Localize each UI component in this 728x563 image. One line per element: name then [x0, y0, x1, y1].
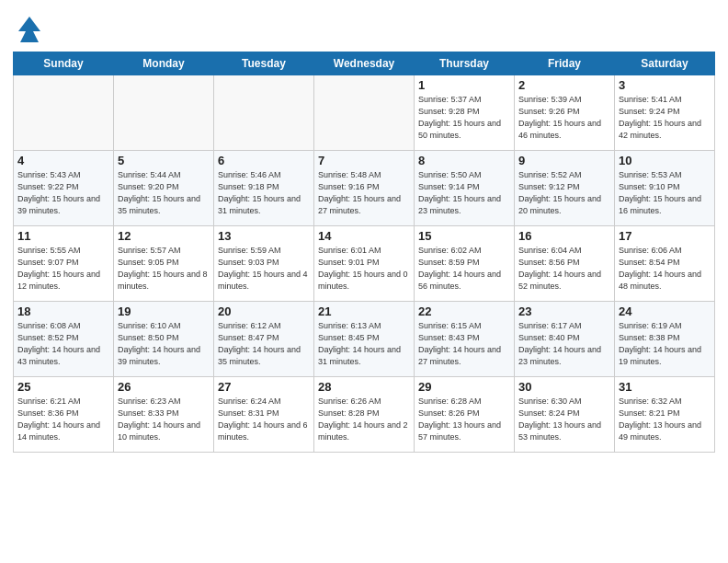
day-info: Sunrise: 5:41 AM Sunset: 9:24 PM Dayligh… — [619, 94, 711, 142]
day-info: Sunrise: 5:52 AM Sunset: 9:12 PM Dayligh… — [518, 169, 610, 217]
day-info: Sunrise: 6:15 AM Sunset: 8:43 PM Dayligh… — [418, 320, 510, 368]
day-cell: 31Sunrise: 6:32 AM Sunset: 8:21 PM Dayli… — [615, 377, 715, 453]
day-cell: 11Sunrise: 5:55 AM Sunset: 9:07 PM Dayli… — [14, 226, 114, 302]
day-cell: 8Sunrise: 5:50 AM Sunset: 9:14 PM Daylig… — [415, 151, 515, 226]
day-info: Sunrise: 6:28 AM Sunset: 8:26 PM Dayligh… — [418, 396, 510, 443]
day-cell: 3Sunrise: 5:41 AM Sunset: 9:24 PM Daylig… — [615, 75, 715, 151]
day-number: 28 — [318, 380, 410, 394]
day-info: Sunrise: 6:04 AM Sunset: 8:56 PM Dayligh… — [518, 245, 610, 293]
day-number: 4 — [17, 154, 109, 167]
day-cell: 6Sunrise: 5:46 AM Sunset: 9:18 PM Daylig… — [214, 151, 314, 226]
col-header-friday: Friday — [515, 52, 615, 75]
col-header-tuesday: Tuesday — [214, 52, 314, 75]
day-info: Sunrise: 6:17 AM Sunset: 8:40 PM Dayligh… — [518, 320, 610, 368]
day-cell: 25Sunrise: 6:21 AM Sunset: 8:36 PM Dayli… — [14, 377, 114, 453]
day-cell: 15Sunrise: 6:02 AM Sunset: 8:59 PM Dayli… — [415, 226, 515, 302]
day-info: Sunrise: 5:50 AM Sunset: 9:14 PM Dayligh… — [418, 169, 510, 217]
day-number: 1 — [418, 78, 510, 92]
week-row-3: 11Sunrise: 5:55 AM Sunset: 9:07 PM Dayli… — [14, 226, 715, 302]
day-cell: 30Sunrise: 6:30 AM Sunset: 8:24 PM Dayli… — [515, 377, 615, 453]
day-cell: 2Sunrise: 5:39 AM Sunset: 9:26 PM Daylig… — [515, 75, 615, 151]
day-number: 2 — [518, 78, 610, 92]
header — [13, 9, 715, 46]
day-cell: 12Sunrise: 5:57 AM Sunset: 9:05 PM Dayli… — [114, 226, 214, 302]
day-cell: 9Sunrise: 5:52 AM Sunset: 9:12 PM Daylig… — [515, 151, 615, 226]
day-cell — [14, 75, 114, 151]
day-number: 25 — [17, 380, 109, 394]
week-row-1: 1Sunrise: 5:37 AM Sunset: 9:28 PM Daylig… — [14, 75, 715, 151]
day-info: Sunrise: 6:06 AM Sunset: 8:54 PM Dayligh… — [619, 245, 711, 293]
day-info: Sunrise: 6:02 AM Sunset: 8:59 PM Dayligh… — [418, 245, 510, 293]
day-cell: 4Sunrise: 5:43 AM Sunset: 9:22 PM Daylig… — [14, 151, 114, 226]
day-number: 11 — [17, 229, 109, 243]
day-info: Sunrise: 6:23 AM Sunset: 8:33 PM Dayligh… — [118, 396, 210, 443]
day-number: 19 — [118, 304, 210, 318]
day-number: 6 — [218, 154, 310, 167]
day-info: Sunrise: 5:43 AM Sunset: 9:22 PM Dayligh… — [17, 169, 109, 217]
day-cell: 26Sunrise: 6:23 AM Sunset: 8:33 PM Dayli… — [114, 377, 214, 453]
page: SundayMondayTuesdayWednesdayThursdayFrid… — [0, 0, 728, 563]
day-info: Sunrise: 5:44 AM Sunset: 9:20 PM Dayligh… — [118, 169, 210, 217]
col-header-wednesday: Wednesday — [314, 52, 415, 75]
calendar-table: SundayMondayTuesdayWednesdayThursdayFrid… — [13, 52, 715, 453]
day-cell: 1Sunrise: 5:37 AM Sunset: 9:28 PM Daylig… — [415, 75, 515, 151]
day-info: Sunrise: 6:12 AM Sunset: 8:47 PM Dayligh… — [218, 320, 310, 368]
day-info: Sunrise: 5:57 AM Sunset: 9:05 PM Dayligh… — [118, 245, 210, 293]
day-info: Sunrise: 5:48 AM Sunset: 9:16 PM Dayligh… — [318, 169, 410, 217]
day-number: 29 — [418, 380, 510, 394]
day-number: 10 — [619, 154, 711, 167]
day-number: 20 — [218, 304, 310, 318]
day-cell: 29Sunrise: 6:28 AM Sunset: 8:26 PM Dayli… — [415, 377, 515, 453]
day-info: Sunrise: 5:46 AM Sunset: 9:18 PM Dayligh… — [218, 169, 310, 217]
day-number: 9 — [518, 154, 610, 167]
day-info: Sunrise: 5:53 AM Sunset: 9:10 PM Dayligh… — [619, 169, 711, 217]
week-row-2: 4Sunrise: 5:43 AM Sunset: 9:22 PM Daylig… — [14, 151, 715, 226]
day-number: 12 — [118, 229, 210, 243]
day-number: 7 — [318, 154, 410, 167]
day-number: 30 — [518, 380, 610, 394]
day-number: 21 — [318, 304, 410, 318]
day-cell: 24Sunrise: 6:19 AM Sunset: 8:38 PM Dayli… — [615, 302, 715, 377]
day-cell: 21Sunrise: 6:13 AM Sunset: 8:45 PM Dayli… — [314, 302, 415, 377]
day-number: 24 — [619, 304, 711, 318]
day-number: 5 — [118, 154, 210, 167]
day-cell: 5Sunrise: 5:44 AM Sunset: 9:20 PM Daylig… — [114, 151, 214, 226]
day-cell: 7Sunrise: 5:48 AM Sunset: 9:16 PM Daylig… — [314, 151, 415, 226]
day-number: 26 — [118, 380, 210, 394]
day-info: Sunrise: 6:08 AM Sunset: 8:52 PM Dayligh… — [17, 320, 109, 368]
day-number: 22 — [418, 304, 510, 318]
day-info: Sunrise: 6:10 AM Sunset: 8:50 PM Dayligh… — [118, 320, 210, 368]
day-info: Sunrise: 5:37 AM Sunset: 9:28 PM Dayligh… — [418, 94, 510, 142]
svg-marker-0 — [18, 17, 40, 42]
day-cell — [114, 75, 214, 151]
col-header-thursday: Thursday — [415, 52, 515, 75]
day-cell: 19Sunrise: 6:10 AM Sunset: 8:50 PM Dayli… — [114, 302, 214, 377]
day-info: Sunrise: 6:26 AM Sunset: 8:28 PM Dayligh… — [318, 396, 410, 443]
day-cell: 14Sunrise: 6:01 AM Sunset: 9:01 PM Dayli… — [314, 226, 415, 302]
week-row-4: 18Sunrise: 6:08 AM Sunset: 8:52 PM Dayli… — [14, 302, 715, 377]
day-cell: 27Sunrise: 6:24 AM Sunset: 8:31 PM Dayli… — [214, 377, 314, 453]
day-cell: 13Sunrise: 5:59 AM Sunset: 9:03 PM Dayli… — [214, 226, 314, 302]
day-number: 27 — [218, 380, 310, 394]
day-info: Sunrise: 5:55 AM Sunset: 9:07 PM Dayligh… — [17, 245, 109, 293]
day-cell: 10Sunrise: 5:53 AM Sunset: 9:10 PM Dayli… — [615, 151, 715, 226]
day-cell: 16Sunrise: 6:04 AM Sunset: 8:56 PM Dayli… — [515, 226, 615, 302]
day-info: Sunrise: 6:13 AM Sunset: 8:45 PM Dayligh… — [318, 320, 410, 368]
col-header-sunday: Sunday — [14, 52, 114, 75]
day-info: Sunrise: 6:32 AM Sunset: 8:21 PM Dayligh… — [619, 396, 711, 443]
day-number: 14 — [318, 229, 410, 243]
day-number: 16 — [518, 229, 610, 243]
day-info: Sunrise: 6:21 AM Sunset: 8:36 PM Dayligh… — [17, 396, 109, 443]
day-info: Sunrise: 6:19 AM Sunset: 8:38 PM Dayligh… — [619, 320, 711, 368]
day-number: 8 — [418, 154, 510, 167]
day-info: Sunrise: 5:39 AM Sunset: 9:26 PM Dayligh… — [518, 94, 610, 142]
day-cell — [214, 75, 314, 151]
day-cell: 17Sunrise: 6:06 AM Sunset: 8:54 PM Dayli… — [615, 226, 715, 302]
day-info: Sunrise: 6:30 AM Sunset: 8:24 PM Dayligh… — [518, 396, 610, 443]
day-number: 18 — [17, 304, 109, 318]
col-header-saturday: Saturday — [615, 52, 715, 75]
day-info: Sunrise: 5:59 AM Sunset: 9:03 PM Dayligh… — [218, 245, 310, 293]
day-number: 15 — [418, 229, 510, 243]
day-number: 31 — [619, 380, 711, 394]
day-number: 17 — [619, 229, 711, 243]
